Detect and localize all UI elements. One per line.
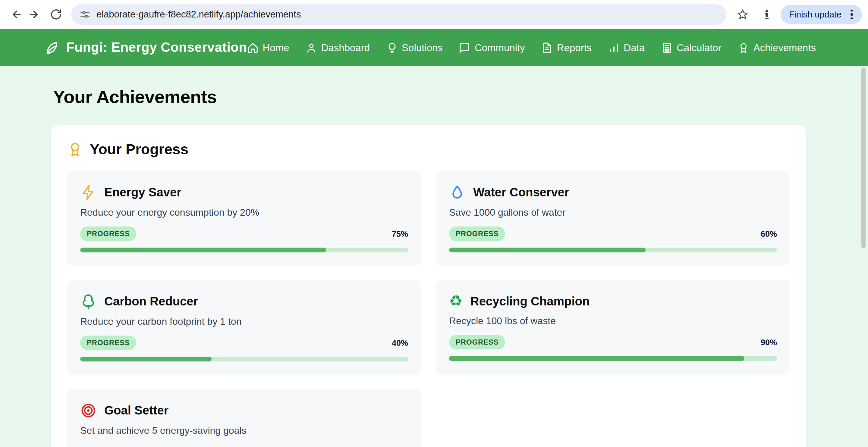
- achievement-name: Carbon Reducer: [104, 295, 198, 309]
- bookmark-button[interactable]: [733, 4, 753, 25]
- progress-percent: 90%: [761, 338, 777, 347]
- achievement-description: Reduce your carbon footprint by 1 ton: [80, 316, 408, 327]
- extension-button[interactable]: [756, 4, 777, 25]
- nav-label: Achievements: [753, 42, 816, 53]
- achievement-name: Recycling Champion: [470, 294, 590, 308]
- achievement-header: Goal Setter: [80, 403, 408, 419]
- progress-badge: PROGRESS: [80, 336, 136, 350]
- site-info-icon[interactable]: [80, 9, 90, 20]
- extension-icon: [761, 8, 773, 21]
- bar-chart-icon: [608, 42, 619, 53]
- nav-label: Dashboard: [321, 42, 370, 53]
- back-button[interactable]: [5, 4, 25, 25]
- achievement-card-carbon-reducer: Carbon Reducer Reduce your carbon footpr…: [67, 280, 421, 375]
- achievement-header: Water Conserver: [449, 184, 777, 201]
- nav-label: Solutions: [402, 42, 443, 53]
- achievement-card-water-conserver: Water Conserver Save 1000 gallons of wat…: [436, 171, 790, 266]
- section-title: Your Progress: [90, 141, 188, 158]
- nav-label: Home: [263, 42, 289, 53]
- progress-bar-fill: [449, 248, 646, 252]
- star-icon: [737, 8, 749, 21]
- bolt-icon: [80, 184, 96, 201]
- progress-bar-track: [80, 248, 408, 252]
- progress-row: PROGRESS 60%: [449, 226, 777, 241]
- achievement-description: Reduce your energy consumption by 20%: [80, 207, 408, 218]
- site-navbar: Fungi: Energy Conservation Home Dashboar…: [0, 29, 868, 66]
- browser-menu-icon[interactable]: [845, 8, 858, 21]
- user-icon: [306, 42, 317, 53]
- chat-icon: [459, 42, 470, 53]
- nav-menu: Home Dashboard Solutions Community Repor…: [247, 42, 816, 53]
- scrollbar-thumb[interactable]: [861, 67, 866, 248]
- award-icon: [738, 42, 749, 53]
- brand-title: Fungi: Energy Conservation: [66, 40, 247, 56]
- achievement-header: ♻ Recycling Champion: [449, 293, 777, 309]
- progress-panel-header: Your Progress: [67, 141, 790, 158]
- achievement-description: Set and achieve 5 energy-saving goals: [80, 425, 408, 436]
- finish-update-label: Finish update: [789, 10, 841, 19]
- achievement-description: Save 1000 gallons of water: [449, 207, 777, 218]
- nav-label: Reports: [557, 42, 592, 53]
- progress-badge: PROGRESS: [449, 335, 505, 349]
- progress-percent: 60%: [761, 229, 777, 238]
- progress-badge: PROGRESS: [80, 226, 136, 241]
- finish-update-button[interactable]: Finish update: [781, 5, 862, 24]
- nav-item-data[interactable]: Data: [608, 42, 645, 53]
- nav-item-dashboard[interactable]: Dashboard: [306, 42, 370, 53]
- back-icon: [8, 8, 22, 21]
- nav-item-reports[interactable]: Reports: [541, 42, 592, 53]
- progress-bar-track: [449, 248, 777, 252]
- medal-icon: [67, 141, 83, 158]
- lightbulb-icon: [386, 42, 398, 53]
- achievement-description: Recycle 100 lbs of waste: [449, 316, 777, 326]
- nav-item-solutions[interactable]: Solutions: [386, 42, 443, 53]
- nav-label: Data: [624, 42, 645, 53]
- nav-label: Calculator: [677, 42, 721, 53]
- tree-icon: [80, 293, 96, 310]
- progress-bar-fill: [80, 248, 326, 252]
- progress-percent: 40%: [392, 338, 408, 347]
- nav-item-achievements[interactable]: Achievements: [738, 42, 816, 53]
- progress-bar-fill: [80, 357, 211, 361]
- forward-icon: [29, 8, 42, 21]
- achievement-header: Carbon Reducer: [80, 293, 408, 310]
- progress-row: PROGRESS 75%: [80, 226, 408, 241]
- toolbar-right: Finish update: [733, 4, 862, 25]
- browser-window: elaborate-gaufre-f8ec82.netlify.app/achi…: [0, 0, 868, 447]
- achievement-card-goal-setter: Goal Setter Set and achieve 5 energy-sav…: [67, 389, 421, 447]
- document-icon: [541, 42, 553, 53]
- main-content: Your Achievements Your Progress Energy S…: [0, 66, 868, 447]
- home-icon: [247, 42, 258, 53]
- droplet-icon: [449, 184, 465, 201]
- reload-button[interactable]: [46, 4, 66, 25]
- calculator-icon: [661, 42, 673, 53]
- url-text: elaborate-gaufre-f8ec82.netlify.app/achi…: [96, 9, 301, 20]
- leaf-icon: [44, 40, 60, 56]
- progress-row: PROGRESS 90%: [449, 335, 777, 349]
- browser-toolbar: elaborate-gaufre-f8ec82.netlify.app/achi…: [0, 0, 868, 29]
- achievement-name: Energy Saver: [104, 186, 181, 199]
- target-icon: [80, 403, 96, 419]
- progress-badge: PROGRESS: [449, 226, 505, 241]
- progress-percent: 75%: [392, 229, 408, 238]
- nav-item-calculator[interactable]: Calculator: [661, 42, 721, 53]
- achievement-card-recycling-champion: ♻ Recycling Champion Recycle 100 lbs of …: [436, 280, 790, 375]
- progress-bar-track: [449, 356, 777, 361]
- progress-bar-fill: [449, 356, 744, 361]
- page-title: Your Achievements: [53, 87, 868, 107]
- achievement-card-energy-saver: Energy Saver Reduce your energy consumpt…: [67, 171, 421, 266]
- recycle-icon: ♻: [449, 293, 463, 309]
- achievement-header: Energy Saver: [80, 184, 408, 201]
- nav-item-home[interactable]: Home: [247, 42, 289, 53]
- progress-row: PROGRESS 40%: [80, 336, 408, 350]
- address-bar[interactable]: elaborate-gaufre-f8ec82.netlify.app/achi…: [71, 4, 726, 25]
- progress-bar-track: [80, 357, 408, 361]
- forward-button[interactable]: [25, 4, 46, 25]
- nav-item-community[interactable]: Community: [459, 42, 525, 53]
- progress-panel: Your Progress Energy Saver Reduce your e…: [51, 125, 806, 447]
- achievement-name: Water Conserver: [473, 186, 569, 199]
- achievement-name: Goal Setter: [104, 404, 168, 417]
- nav-label: Community: [475, 42, 525, 53]
- brand[interactable]: Fungi: Energy Conservation: [44, 40, 247, 56]
- achievements-grid: Energy Saver Reduce your energy consumpt…: [67, 171, 790, 447]
